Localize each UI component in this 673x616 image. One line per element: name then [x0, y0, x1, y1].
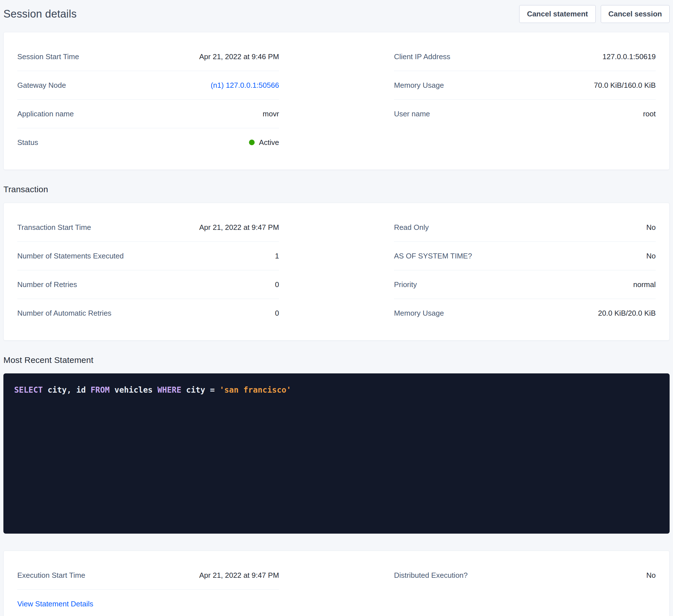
session-card-right-column: Client IP Address 127.0.0.1:50619 Memory… [394, 42, 656, 157]
row-label: User name [394, 109, 430, 118]
sql-statement: SELECT city, id FROM vehicles WHERE city… [14, 385, 659, 395]
execution-summary-card: Execution Start Time Apr 21, 2022 at 9:4… [3, 551, 670, 616]
status-text: Active [259, 138, 279, 147]
session-card-left-column: Session Start Time Apr 21, 2022 at 9:46 … [17, 42, 279, 157]
execution-start-time-row: Execution Start Time Apr 21, 2022 at 9:4… [17, 561, 279, 590]
row-label: AS OF SYSTEM TIME? [394, 251, 472, 260]
row-value: 0 [275, 309, 279, 318]
priority-row: Priority normal [394, 270, 656, 299]
row-label: Memory Usage [394, 309, 444, 318]
row-value: No [646, 223, 656, 232]
row-value: 127.0.0.1:50619 [603, 52, 656, 61]
number-of-retries-row: Number of Retries 0 [17, 270, 279, 299]
execution-card-left-column: Execution Start Time Apr 21, 2022 at 9:4… [17, 561, 279, 616]
transaction-card-left-column: Transaction Start Time Apr 21, 2022 at 9… [17, 213, 279, 327]
sql-text: city, id [43, 385, 91, 395]
row-value: movr [263, 109, 279, 118]
row-value: Apr 21, 2022 at 9:46 PM [199, 52, 279, 61]
row-label: Priority [394, 280, 417, 289]
row-label: Read Only [394, 223, 429, 232]
row-value: No [646, 571, 656, 580]
user-name-row: User name root [394, 100, 656, 128]
session-start-time-row: Session Start Time Apr 21, 2022 at 9:46 … [17, 42, 279, 71]
sql-keyword: FROM [91, 385, 109, 395]
row-label: Gateway Node [17, 81, 66, 90]
row-value: 0 [275, 280, 279, 289]
row-value: root [643, 109, 656, 118]
transaction-heading: Transaction [3, 185, 670, 194]
execution-card-right-column: Distributed Execution? No [394, 561, 656, 616]
view-statement-details-row: View Statement Details [17, 590, 279, 616]
distributed-execution-row: Distributed Execution? No [394, 561, 656, 589]
statements-executed-row: Number of Statements Executed 1 [17, 242, 279, 270]
row-label: Transaction Start Time [17, 223, 91, 232]
application-name-row: Application name movr [17, 100, 279, 128]
transaction-summary-card: Transaction Start Time Apr 21, 2022 at 9… [3, 203, 670, 341]
status-badge: Active [249, 138, 279, 147]
row-value: 1 [275, 251, 279, 260]
row-label: Client IP Address [394, 52, 450, 61]
row-label: Application name [17, 109, 74, 118]
automatic-retries-row: Number of Automatic Retries 0 [17, 299, 279, 327]
row-value: 70.0 KiB/160.0 KiB [594, 81, 656, 90]
row-value: Apr 21, 2022 at 9:47 PM [199, 223, 279, 232]
client-ip-row: Client IP Address 127.0.0.1:50619 [394, 42, 656, 71]
session-details-page: Session details Cancel statement Cancel … [0, 0, 673, 616]
sql-text: city = [181, 385, 220, 395]
view-statement-details-link[interactable]: View Statement Details [17, 599, 93, 608]
cancel-statement-button[interactable]: Cancel statement [519, 5, 596, 23]
page-header: Session details Cancel statement Cancel … [3, 5, 670, 23]
sql-text: vehicles [109, 385, 158, 395]
active-status-dot-icon [249, 139, 255, 145]
as-of-system-time-row: AS OF SYSTEM TIME? No [394, 242, 656, 270]
sql-keyword: WHERE [158, 385, 181, 395]
transaction-memory-usage-row: Memory Usage 20.0 KiB/20.0 KiB [394, 299, 656, 327]
row-label: Session Start Time [17, 52, 79, 61]
row-value: normal [633, 280, 656, 289]
row-label: Distributed Execution? [394, 571, 468, 580]
cancel-session-button[interactable]: Cancel session [601, 5, 670, 23]
sql-code-block: SELECT city, id FROM vehicles WHERE city… [3, 373, 670, 534]
session-memory-usage-row: Memory Usage 70.0 KiB/160.0 KiB [394, 71, 656, 100]
row-label: Memory Usage [394, 81, 444, 90]
gateway-node-link[interactable]: (n1) 127.0.0.1:50566 [211, 81, 279, 90]
transaction-start-time-row: Transaction Start Time Apr 21, 2022 at 9… [17, 213, 279, 242]
status-row: Status Active [17, 128, 279, 157]
transaction-card-right-column: Read Only No AS OF SYSTEM TIME? No Prior… [394, 213, 656, 327]
row-label: Number of Automatic Retries [17, 309, 111, 318]
row-label: Number of Statements Executed [17, 251, 124, 260]
row-label: Status [17, 138, 38, 147]
row-label: Execution Start Time [17, 571, 85, 580]
gateway-node-row: Gateway Node (n1) 127.0.0.1:50566 [17, 71, 279, 100]
row-label: Number of Retries [17, 280, 77, 289]
page-title: Session details [3, 8, 77, 20]
session-summary-card: Session Start Time Apr 21, 2022 at 9:46 … [3, 32, 670, 170]
row-value: 20.0 KiB/20.0 KiB [598, 309, 656, 318]
row-value: Apr 21, 2022 at 9:47 PM [199, 571, 279, 580]
header-actions: Cancel statement Cancel session [519, 5, 670, 23]
row-value: No [646, 251, 656, 260]
sql-string-literal: 'san francisco' [220, 385, 291, 395]
sql-keyword: SELECT [14, 385, 43, 395]
read-only-row: Read Only No [394, 213, 656, 242]
most-recent-statement-heading: Most Recent Statement [3, 355, 670, 365]
